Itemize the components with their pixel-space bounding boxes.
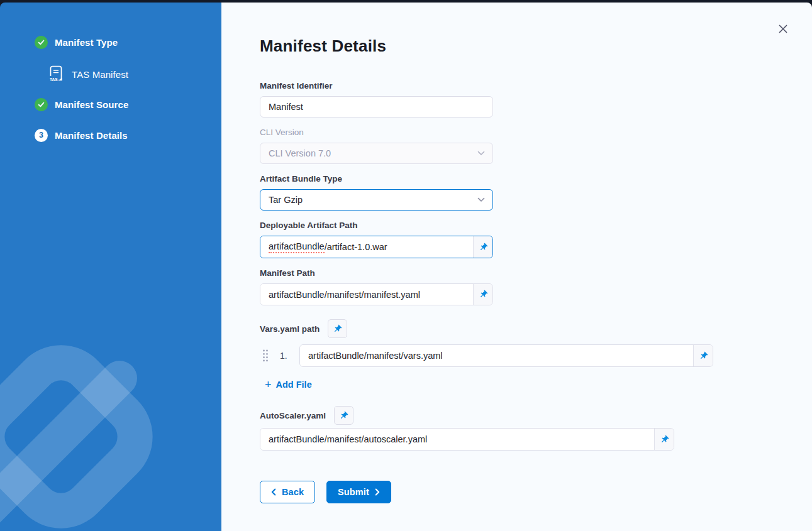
pin-icon[interactable]: [334, 406, 353, 425]
add-file-button[interactable]: + Add File: [265, 380, 312, 390]
tas-manifest-icon: TAS: [50, 65, 64, 84]
autoscaler-section: AutoScaler.yaml: [260, 406, 812, 451]
manifest-identifier-field: Manifest Identifier: [260, 81, 812, 118]
pin-icon[interactable]: [473, 236, 492, 258]
back-button[interactable]: Back: [260, 481, 315, 503]
check-icon: [38, 39, 45, 46]
cli-version-value: CLI Version 7.0: [269, 148, 331, 158]
wizard-step-manifest-source[interactable]: Manifest Source: [35, 96, 221, 112]
manifest-path-label: Manifest Path: [260, 268, 812, 279]
pin-icon[interactable]: [693, 345, 713, 366]
submit-button[interactable]: Submit: [326, 481, 391, 503]
svg-text:TAS: TAS: [50, 77, 58, 81]
step-number-badge: 3: [35, 129, 48, 142]
manifest-path-input[interactable]: [260, 284, 473, 305]
drag-handle-icon[interactable]: [262, 349, 269, 363]
close-icon[interactable]: [777, 23, 789, 35]
chevron-down-icon: [477, 151, 485, 156]
manifest-details-panel: Manifest Details Manifest Identifier CLI…: [221, 3, 812, 531]
check-circle-icon: [35, 98, 48, 111]
manifest-path-group: [260, 283, 493, 305]
cli-version-select: CLI Version 7.0: [260, 143, 493, 164]
step-label: Manifest Details: [55, 130, 128, 141]
deployable-artifact-path-label: Deployable Artifact Path: [260, 221, 812, 231]
wizard-step-manifest-details[interactable]: 3 Manifest Details: [35, 127, 221, 143]
substep-label: TAS Manifest: [72, 69, 128, 80]
wizard-sidebar: Manifest Type TAS TAS Manifest Manifest …: [0, 3, 221, 531]
artifact-bundle-type-field: Artifact Bundle Type Tar Gzip: [260, 174, 812, 211]
page-title: Manifest Details: [260, 36, 812, 56]
step-label: Manifest Type: [55, 37, 118, 48]
wizard-step-manifest-type[interactable]: Manifest Type: [35, 34, 221, 50]
brand-watermark-logo: [0, 311, 203, 531]
artifact-bundle-type-value: Tar Gzip: [269, 195, 303, 205]
chevron-left-icon: [271, 488, 276, 496]
check-circle-icon: [35, 36, 48, 49]
manifest-path-field: Manifest Path: [260, 268, 812, 305]
pin-icon[interactable]: [328, 319, 347, 338]
pin-icon[interactable]: [473, 284, 492, 305]
deployable-artifact-path-input[interactable]: artifactBundle/artifact-1.0.war: [260, 236, 473, 258]
manifest-wizard-modal: Manifest Type TAS TAS Manifest Manifest …: [0, 3, 812, 531]
chevron-right-icon: [375, 488, 380, 496]
manifest-identifier-label: Manifest Identifier: [260, 81, 812, 92]
autoscaler-path-input[interactable]: [260, 429, 654, 450]
vars-yaml-label: Vars.yaml path: [260, 324, 320, 334]
vars-yaml-path-group: [299, 344, 713, 367]
autoscaler-label: AutoScaler.yaml: [260, 411, 326, 420]
vars-yaml-path-input[interactable]: [300, 345, 693, 366]
chevron-down-icon: [477, 197, 485, 202]
step-label: Manifest Source: [55, 99, 128, 110]
check-icon: [38, 101, 45, 108]
wizard-substep-tas-manifest[interactable]: TAS TAS Manifest: [50, 65, 221, 84]
artifact-bundle-type-label: Artifact Bundle Type: [260, 174, 812, 185]
cli-version-label: CLI Version: [260, 128, 812, 138]
plus-icon: +: [265, 380, 272, 389]
manifest-identifier-input[interactable]: [260, 96, 493, 118]
row-index: 1.: [280, 351, 291, 361]
artifact-bundle-type-select[interactable]: Tar Gzip: [260, 189, 493, 211]
vars-yaml-row: 1.: [260, 344, 812, 367]
deployable-artifact-path-field: Deployable Artifact Path artifactBundle/…: [260, 221, 812, 258]
deployable-artifact-path-group: artifactBundle/artifact-1.0.war: [260, 236, 493, 258]
wizard-footer: Back Submit: [260, 481, 812, 503]
pin-icon[interactable]: [654, 429, 674, 450]
vars-yaml-section: Vars.yaml path 1.: [260, 319, 812, 391]
cli-version-field: CLI Version CLI Version 7.0: [260, 128, 812, 164]
autoscaler-path-group: [260, 428, 674, 451]
spellcheck-underline: artifactBundle: [269, 241, 325, 253]
